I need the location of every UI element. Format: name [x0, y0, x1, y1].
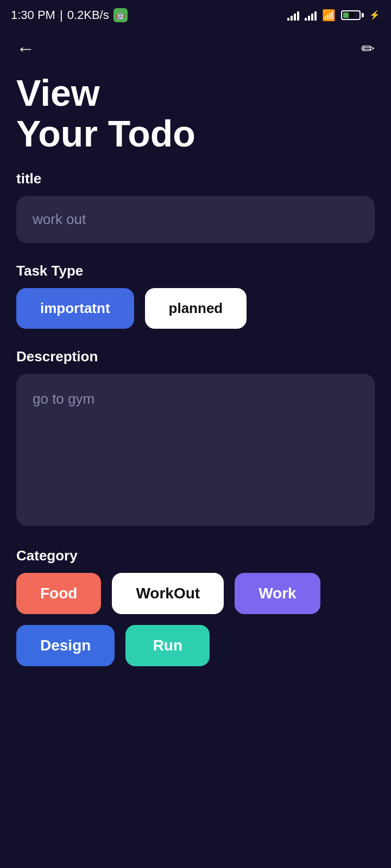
- category-workout-button[interactable]: WorkOut: [112, 573, 224, 614]
- category-grid: Food WorkOut Work Design Run: [16, 573, 375, 666]
- content: title Task Type importatnt planned Descr…: [0, 170, 391, 666]
- title-label: title: [16, 170, 375, 187]
- header: ← ✏: [0, 30, 391, 67]
- description-section: Descreption: [16, 348, 375, 528]
- category-section: Category Food WorkOut Work Design Run: [16, 547, 375, 666]
- important-button[interactable]: importatnt: [16, 288, 134, 329]
- status-network: |: [60, 8, 63, 22]
- category-design-button[interactable]: Design: [16, 625, 115, 666]
- status-time: 1:30 PM: [11, 8, 55, 22]
- description-input[interactable]: [16, 374, 375, 526]
- title-line2: Your Todo: [16, 113, 195, 154]
- title-line1: View: [16, 72, 100, 113]
- category-run-button[interactable]: Run: [125, 625, 210, 666]
- edit-pencil-icon: ✏: [361, 40, 375, 58]
- battery-text: 31: [342, 12, 360, 18]
- status-right: 📶 31 ⚡: [287, 9, 380, 22]
- bar2: [291, 16, 293, 21]
- battery-tip: [362, 13, 364, 17]
- back-button[interactable]: ←: [16, 38, 35, 59]
- back-arrow-icon: ←: [16, 38, 35, 59]
- planned-button[interactable]: planned: [145, 288, 247, 329]
- bar4: [314, 11, 317, 21]
- signal-bars-1: [287, 10, 299, 21]
- description-label: Descreption: [16, 348, 375, 365]
- status-speed: 0.2KB/s: [67, 8, 109, 22]
- battery-body: 31: [341, 10, 361, 20]
- category-food-button[interactable]: Food: [16, 573, 101, 614]
- bar1: [287, 18, 289, 21]
- wifi-icon: 📶: [322, 9, 336, 22]
- category-label: Category: [16, 547, 375, 564]
- category-work-button[interactable]: Work: [235, 573, 320, 614]
- task-type-section: Task Type importatnt planned: [16, 263, 375, 329]
- bar1: [305, 18, 307, 21]
- bar2: [308, 16, 310, 21]
- title-section: title: [16, 170, 375, 243]
- bar3: [294, 14, 296, 21]
- battery: 31: [341, 10, 364, 20]
- bar3: [311, 14, 313, 21]
- task-type-label: Task Type: [16, 263, 375, 279]
- signal-bars-2: [305, 10, 317, 21]
- title-input[interactable]: [16, 196, 375, 243]
- bar4: [297, 11, 299, 21]
- status-left: 1:30 PM | 0.2KB/s 🤖: [11, 8, 128, 22]
- charging-icon: ⚡: [369, 10, 380, 20]
- bottom-space: [0, 686, 391, 729]
- status-bar: 1:30 PM | 0.2KB/s 🤖 📶 31 ⚡: [0, 0, 391, 30]
- task-type-buttons: importatnt planned: [16, 288, 375, 329]
- page-title: View Your Todo: [0, 67, 391, 170]
- edit-button[interactable]: ✏: [361, 39, 375, 58]
- app-icon: 🤖: [113, 8, 128, 22]
